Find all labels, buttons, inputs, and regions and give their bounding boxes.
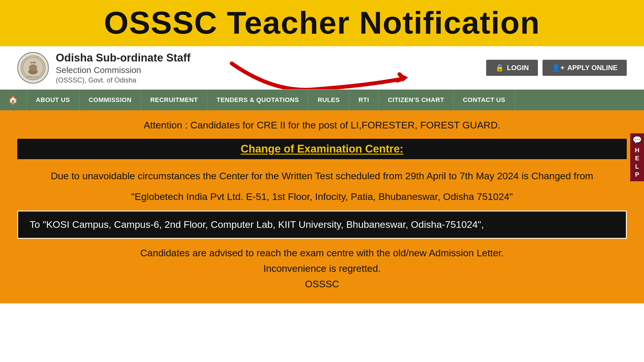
org-title-line3: (OSSSC), Govt. of Odisha: [56, 76, 191, 84]
main-content: Attention : Candidates for CRE II for th…: [0, 110, 644, 303]
top-banner: OSSSC Teacher Notification: [0, 0, 644, 46]
body-text-1: Due to unavoidable circumstances the Cen…: [17, 168, 627, 184]
logo-area: सत्यमेव जयते ODISHA GOVT Odisha Sub-ordi…: [17, 51, 191, 84]
footer-line3: OSSSC: [17, 276, 627, 292]
highlight-text: To "KOSI Campus, Campus-6, 2nd Floor, Co…: [30, 219, 484, 230]
highlight-box: To "KOSI Campus, Campus-6, 2nd Floor, Co…: [17, 211, 627, 239]
help-e: E: [635, 154, 639, 163]
footer-line1: Candidates are advised to reach the exam…: [17, 245, 627, 261]
nav-about[interactable]: ABOUT US: [27, 90, 80, 110]
login-button[interactable]: 🔒 LOGIN: [486, 60, 538, 76]
nav-commission[interactable]: COMMISSION: [79, 90, 141, 110]
bottom-text: Candidates are advised to reach the exam…: [17, 245, 627, 292]
nav-recruitment[interactable]: RECRUITMENT: [141, 90, 208, 110]
svg-text:ODISHA GOVT: ODISHA GOVT: [27, 76, 39, 78]
login-label: LOGIN: [507, 64, 529, 72]
person-add-icon: 👤+: [552, 64, 564, 72]
body-text-2: "Eglobetech India Pvt Ltd. E-51, 1st Flo…: [17, 189, 627, 204]
header-buttons: 🔒 LOGIN 👤+ APPLY ONLINE: [486, 60, 627, 76]
org-title-line1: Odisha Sub-ordinate Staff: [56, 51, 191, 65]
nav-home[interactable]: 🏠: [0, 90, 27, 110]
help-h: H: [635, 146, 639, 155]
svg-point-6: [29, 64, 37, 71]
org-title-line2: Selection Commission: [56, 65, 191, 75]
lock-icon: 🔒: [495, 64, 504, 72]
home-icon: 🏠: [8, 95, 18, 105]
examination-centre-heading: Change of Examination Centre:: [241, 143, 403, 155]
banner-title: OSSSC Teacher Notification: [0, 5, 644, 40]
navbar: 🏠 ABOUT US COMMISSION RECRUITMENT TENDER…: [0, 90, 644, 110]
svg-text:सत्यमेव: सत्यमेव: [30, 61, 36, 64]
nav-citizens[interactable]: CITIZEN'S CHART: [379, 90, 454, 110]
help-letters: H E L P: [635, 146, 639, 179]
attention-text: Attention : Candidates for CRE II for th…: [17, 120, 627, 131]
help-l: L: [635, 163, 639, 171]
help-p: P: [635, 171, 639, 179]
nav-rti[interactable]: RTI: [349, 90, 379, 110]
org-logo: सत्यमेव जयते ODISHA GOVT: [17, 52, 49, 84]
nav-rules[interactable]: RULES: [308, 90, 349, 110]
org-name: Odisha Sub-ordinate Staff Selection Comm…: [56, 51, 191, 84]
svg-marker-8: [402, 74, 408, 82]
header: सत्यमेव जयते ODISHA GOVT Odisha Sub-ordi…: [0, 46, 644, 90]
examination-centre-box: Change of Examination Centre:: [17, 139, 627, 159]
apply-online-button[interactable]: 👤+ APPLY ONLINE: [543, 60, 627, 76]
nav-contact[interactable]: CONTACT US: [454, 90, 515, 110]
chat-icon: 💬: [632, 136, 642, 145]
footer-line2: Inconvenience is regretted.: [17, 261, 627, 276]
nav-tenders[interactable]: TENDERS & QUOTATIONS: [207, 90, 308, 110]
help-widget[interactable]: 💬 H E L P: [630, 133, 644, 181]
apply-label: APPLY ONLINE: [567, 64, 618, 72]
